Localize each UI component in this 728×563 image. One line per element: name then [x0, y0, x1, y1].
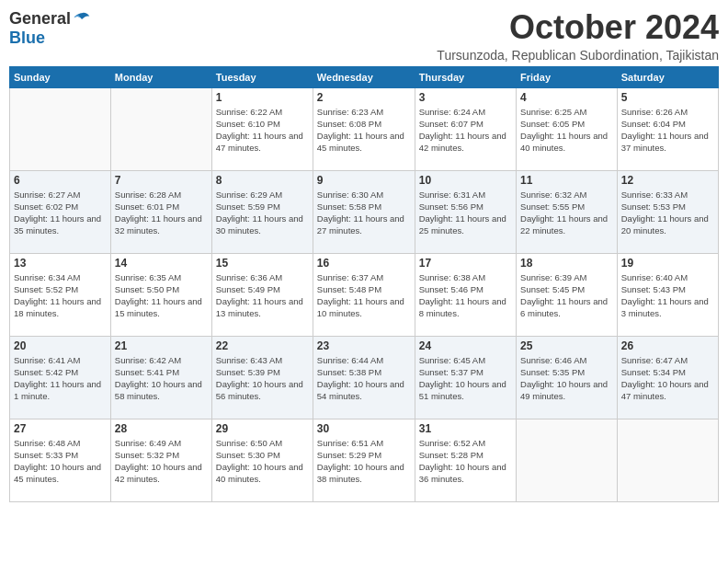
day-info: Sunrise: 6:49 AM Sunset: 5:32 PM Dayligh…: [115, 437, 208, 486]
day-number: 5: [621, 91, 714, 104]
day-info: Sunrise: 6:27 AM Sunset: 6:02 PM Dayligh…: [14, 189, 107, 237]
day-number: 10: [419, 174, 512, 187]
calendar-cell: 19Sunrise: 6:40 AM Sunset: 5:43 PM Dayli…: [617, 253, 718, 336]
calendar-cell: [10, 87, 111, 170]
calendar-cell: 16Sunrise: 6:37 AM Sunset: 5:48 PM Dayli…: [313, 253, 415, 336]
day-header-sunday: Sunday: [10, 66, 111, 87]
day-info: Sunrise: 6:42 AM Sunset: 5:41 PM Dayligh…: [115, 354, 208, 403]
day-headers-row: SundayMondayTuesdayWednesdayThursdayFrid…: [10, 66, 719, 87]
day-info: Sunrise: 6:32 AM Sunset: 5:55 PM Dayligh…: [520, 189, 613, 237]
calendar-cell: 18Sunrise: 6:39 AM Sunset: 5:45 PM Dayli…: [517, 253, 618, 336]
calendar-cell: 22Sunrise: 6:43 AM Sunset: 5:39 PM Dayli…: [211, 336, 313, 419]
calendar-cell: 29Sunrise: 6:50 AM Sunset: 5:30 PM Dayli…: [211, 419, 313, 501]
day-info: Sunrise: 6:36 AM Sunset: 5:49 PM Dayligh…: [216, 271, 309, 320]
day-number: 11: [520, 174, 613, 187]
logo: General Blue: [9, 9, 91, 48]
day-number: 30: [317, 422, 411, 435]
day-number: 16: [317, 257, 411, 270]
day-number: 25: [520, 339, 613, 352]
week-row-3: 13Sunrise: 6:34 AM Sunset: 5:52 PM Dayli…: [10, 253, 719, 336]
day-info: Sunrise: 6:26 AM Sunset: 6:04 PM Dayligh…: [621, 106, 714, 155]
day-info: Sunrise: 6:24 AM Sunset: 6:07 PM Dayligh…: [419, 106, 512, 155]
day-number: 23: [317, 339, 411, 352]
day-info: Sunrise: 6:40 AM Sunset: 5:43 PM Dayligh…: [621, 271, 714, 320]
day-number: 24: [419, 339, 512, 352]
day-number: 26: [621, 339, 714, 352]
day-number: 8: [216, 174, 309, 187]
day-number: 18: [520, 257, 613, 270]
calendar-cell: 17Sunrise: 6:38 AM Sunset: 5:46 PM Dayli…: [415, 253, 516, 336]
day-header-wednesday: Wednesday: [313, 66, 415, 87]
day-info: Sunrise: 6:33 AM Sunset: 5:53 PM Dayligh…: [621, 189, 714, 237]
calendar-cell: [517, 419, 618, 501]
calendar-cell: 7Sunrise: 6:28 AM Sunset: 6:01 PM Daylig…: [110, 170, 211, 253]
calendar-cell: 25Sunrise: 6:46 AM Sunset: 5:35 PM Dayli…: [517, 336, 618, 419]
day-info: Sunrise: 6:28 AM Sunset: 6:01 PM Dayligh…: [115, 189, 208, 237]
day-number: 13: [14, 257, 107, 270]
calendar-table: SundayMondayTuesdayWednesdayThursdayFrid…: [9, 66, 719, 502]
day-info: Sunrise: 6:46 AM Sunset: 5:35 PM Dayligh…: [520, 354, 613, 403]
day-number: 12: [621, 174, 714, 187]
calendar-cell: 14Sunrise: 6:35 AM Sunset: 5:50 PM Dayli…: [110, 253, 211, 336]
calendar-cell: 3Sunrise: 6:24 AM Sunset: 6:07 PM Daylig…: [415, 87, 516, 170]
day-number: 20: [14, 339, 107, 352]
day-number: 15: [216, 257, 309, 270]
logo-general: General: [9, 9, 71, 29]
day-info: Sunrise: 6:48 AM Sunset: 5:33 PM Dayligh…: [14, 437, 107, 486]
day-info: Sunrise: 6:25 AM Sunset: 6:05 PM Dayligh…: [520, 106, 613, 155]
calendar-cell: 23Sunrise: 6:44 AM Sunset: 5:38 PM Dayli…: [313, 336, 415, 419]
day-number: 7: [115, 174, 208, 187]
day-header-saturday: Saturday: [617, 66, 718, 87]
calendar-cell: 15Sunrise: 6:36 AM Sunset: 5:49 PM Dayli…: [211, 253, 313, 336]
day-info: Sunrise: 6:45 AM Sunset: 5:37 PM Dayligh…: [419, 354, 512, 403]
week-row-4: 20Sunrise: 6:41 AM Sunset: 5:42 PM Dayli…: [10, 336, 719, 419]
day-number: 6: [14, 174, 107, 187]
day-number: 31: [419, 422, 512, 435]
month-title: October 2024: [437, 9, 719, 46]
page-header: General Blue October 2024 Tursunzoda, Re…: [9, 9, 719, 63]
day-number: 27: [14, 422, 107, 435]
day-info: Sunrise: 6:29 AM Sunset: 5:59 PM Dayligh…: [216, 189, 309, 237]
logo-blue: Blue: [9, 29, 45, 47]
week-row-2: 6Sunrise: 6:27 AM Sunset: 6:02 PM Daylig…: [10, 170, 719, 253]
day-number: 4: [520, 91, 613, 104]
day-info: Sunrise: 6:38 AM Sunset: 5:46 PM Dayligh…: [419, 271, 512, 320]
day-number: 28: [115, 422, 208, 435]
calendar-cell: 5Sunrise: 6:26 AM Sunset: 6:04 PM Daylig…: [617, 87, 718, 170]
day-info: Sunrise: 6:35 AM Sunset: 5:50 PM Dayligh…: [115, 271, 208, 320]
day-number: 19: [621, 257, 714, 270]
day-number: 9: [317, 174, 411, 187]
day-number: 2: [317, 91, 411, 104]
day-number: 17: [419, 257, 512, 270]
day-number: 1: [216, 91, 309, 104]
day-info: Sunrise: 6:51 AM Sunset: 5:29 PM Dayligh…: [317, 437, 411, 486]
day-info: Sunrise: 6:39 AM Sunset: 5:45 PM Dayligh…: [520, 271, 613, 320]
day-info: Sunrise: 6:43 AM Sunset: 5:39 PM Dayligh…: [216, 354, 309, 403]
day-info: Sunrise: 6:23 AM Sunset: 6:08 PM Dayligh…: [317, 106, 411, 155]
day-info: Sunrise: 6:44 AM Sunset: 5:38 PM Dayligh…: [317, 354, 411, 403]
day-info: Sunrise: 6:52 AM Sunset: 5:28 PM Dayligh…: [419, 437, 512, 486]
location-title: Tursunzoda, Republican Subordination, Ta…: [437, 48, 719, 63]
day-number: 21: [115, 339, 208, 352]
day-number: 22: [216, 339, 309, 352]
calendar-cell: 20Sunrise: 6:41 AM Sunset: 5:42 PM Dayli…: [10, 336, 111, 419]
day-header-thursday: Thursday: [415, 66, 516, 87]
calendar-cell: 10Sunrise: 6:31 AM Sunset: 5:56 PM Dayli…: [415, 170, 516, 253]
day-info: Sunrise: 6:34 AM Sunset: 5:52 PM Dayligh…: [14, 271, 107, 320]
calendar-cell: 2Sunrise: 6:23 AM Sunset: 6:08 PM Daylig…: [313, 87, 415, 170]
logo-bird-icon: [73, 10, 91, 29]
day-info: Sunrise: 6:30 AM Sunset: 5:58 PM Dayligh…: [317, 189, 411, 237]
calendar-cell: [110, 87, 211, 170]
day-info: Sunrise: 6:50 AM Sunset: 5:30 PM Dayligh…: [216, 437, 309, 486]
calendar-cell: 24Sunrise: 6:45 AM Sunset: 5:37 PM Dayli…: [415, 336, 516, 419]
day-header-tuesday: Tuesday: [211, 66, 313, 87]
title-section: October 2024 Tursunzoda, Republican Subo…: [437, 9, 719, 63]
day-info: Sunrise: 6:41 AM Sunset: 5:42 PM Dayligh…: [14, 354, 107, 403]
calendar-cell: 12Sunrise: 6:33 AM Sunset: 5:53 PM Dayli…: [617, 170, 718, 253]
calendar-cell: 1Sunrise: 6:22 AM Sunset: 6:10 PM Daylig…: [211, 87, 313, 170]
day-header-friday: Friday: [517, 66, 618, 87]
calendar-cell: 6Sunrise: 6:27 AM Sunset: 6:02 PM Daylig…: [10, 170, 111, 253]
calendar-cell: 28Sunrise: 6:49 AM Sunset: 5:32 PM Dayli…: [110, 419, 211, 501]
calendar-cell: 9Sunrise: 6:30 AM Sunset: 5:58 PM Daylig…: [313, 170, 415, 253]
calendar-cell: 8Sunrise: 6:29 AM Sunset: 5:59 PM Daylig…: [211, 170, 313, 253]
